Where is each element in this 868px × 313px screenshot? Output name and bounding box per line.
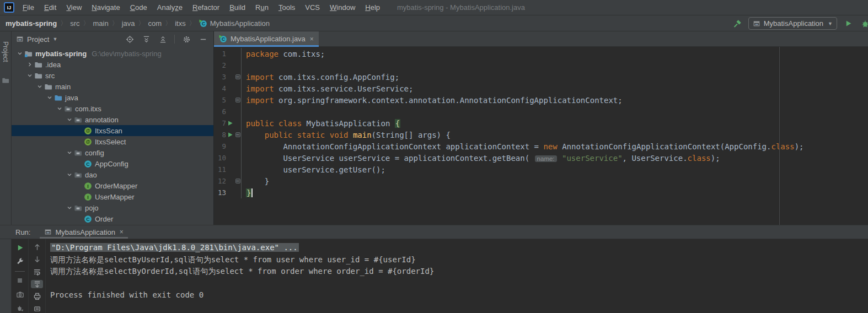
chevron-down-icon[interactable] — [65, 204, 74, 211]
tree-item-main[interactable]: main — [12, 81, 213, 92]
tree-item-annotation[interactable]: annotation — [12, 114, 213, 125]
code-line[interactable]: 12– } — [214, 175, 868, 187]
menu-item-edit[interactable]: Edit — [39, 0, 61, 15]
breadcrumb-item[interactable]: main — [93, 19, 109, 28]
wrench-icon[interactable] — [14, 257, 26, 267]
breadcrumb-item[interactable]: java — [122, 19, 135, 28]
run-line-icon[interactable] — [226, 120, 234, 126]
code-line[interactable]: 2 — [214, 60, 868, 71]
code-line[interactable]: 1package com.itxs; — [214, 48, 868, 60]
editor-tab[interactable]: C MybatisApplication.java × — [214, 31, 319, 46]
menu-item-build[interactable]: Build — [224, 0, 250, 15]
code-line[interactable]: 11 userService.getUser(); — [214, 164, 868, 175]
soft-wrap-icon[interactable] — [31, 268, 43, 276]
sweep-icon[interactable] — [14, 303, 26, 313]
breadcrumb-item[interactable]: MybatisApplication — [210, 19, 270, 28]
chevron-down-icon[interactable] — [35, 83, 44, 90]
breadcrumb-item[interactable]: mybatis-spring — [6, 19, 57, 28]
line-number: 6 — [214, 107, 226, 116]
build-hammer-icon[interactable] — [731, 18, 743, 30]
code-line[interactable]: 4import com.itxs.service.UserService; — [214, 83, 868, 94]
scroll-end-icon[interactable] — [31, 280, 43, 288]
fold-marker-icon[interactable]: – — [234, 98, 241, 102]
arrow-up-icon[interactable] — [31, 243, 43, 251]
close-icon[interactable]: × — [120, 228, 124, 236]
tree-item-usermapper[interactable]: IUserMapper — [12, 191, 213, 202]
menu-item-tools[interactable]: Tools — [274, 0, 300, 15]
breadcrumb-item[interactable]: itxs — [175, 19, 186, 28]
tree-item-dao[interactable]: dao — [12, 169, 213, 180]
locate-icon[interactable] — [124, 33, 136, 45]
code-line[interactable]: 6 — [214, 106, 868, 117]
menu-item-view[interactable]: View — [61, 0, 87, 15]
code-line[interactable]: 13} — [214, 187, 868, 198]
code-line[interactable]: 10 UserService userService = application… — [214, 152, 868, 164]
tree-item-com-itxs[interactable]: com.itxs — [12, 103, 213, 114]
chevron-down-icon[interactable] — [15, 50, 24, 57]
chevron-down-icon[interactable] — [25, 72, 34, 79]
run-configuration-select[interactable]: MybatisApplication ▼ — [748, 17, 837, 30]
tree-item-java[interactable]: java — [12, 92, 213, 103]
rerun-icon[interactable] — [14, 243, 26, 253]
editor-gutter: 7 — [214, 117, 242, 129]
chevron-down-icon[interactable] — [45, 94, 54, 101]
gear-icon[interactable] — [180, 33, 192, 45]
tree-item-config[interactable]: config — [12, 147, 213, 158]
menu-item-file[interactable]: File — [18, 0, 39, 15]
project-stripe-button[interactable]: Project — [2, 39, 9, 64]
debug-button[interactable] — [859, 18, 868, 30]
fold-marker-icon[interactable]: – — [234, 132, 241, 137]
tree-item-label: OrderMapper — [95, 182, 137, 190]
tree-item-ordermapper[interactable]: IOrderMapper — [12, 180, 213, 191]
tree-item--idea[interactable]: .idea — [12, 59, 213, 70]
code-line[interactable]: 8– public static void main(String[] args… — [214, 129, 868, 141]
run-button[interactable] — [842, 18, 854, 30]
tree-item-itxsscan[interactable]: @ItxsScan — [12, 125, 213, 136]
collapse-all-icon[interactable] — [157, 33, 169, 45]
menu-item-vcs[interactable]: VCS — [300, 0, 325, 15]
minimize-icon[interactable] — [197, 33, 209, 45]
menu-item-window[interactable]: Window — [325, 0, 360, 15]
menu-item-run[interactable]: Run — [250, 0, 274, 15]
breadcrumb-item[interactable]: com — [148, 19, 162, 28]
code-line[interactable]: 3–import com.itxs.config.AppConfig; — [214, 71, 868, 83]
fold-marker-icon[interactable]: – — [234, 179, 241, 184]
close-icon[interactable]: × — [310, 35, 314, 43]
menu-item-help[interactable]: Help — [360, 0, 385, 15]
clear-icon[interactable] — [31, 305, 43, 313]
menu-item-analyze[interactable]: Analyze — [152, 0, 187, 15]
tree-item-pojo[interactable]: pojo — [12, 202, 213, 213]
line-number: 11 — [214, 165, 226, 174]
code-line[interactable]: 9 AnnotationConfigApplicationContext app… — [214, 141, 868, 152]
code-line[interactable]: 5–import org.springframework.context.ann… — [214, 94, 868, 106]
menu-item-refactor[interactable]: Refactor — [187, 0, 224, 15]
chevron-right-icon[interactable] — [25, 61, 34, 68]
tree-item-label: config — [85, 149, 104, 157]
tree-item-order[interactable]: COrder — [12, 213, 213, 224]
chevron-down-icon[interactable] — [65, 171, 74, 178]
printer-icon[interactable] — [31, 292, 43, 300]
breadcrumb-item[interactable]: src — [70, 19, 79, 28]
svg-text:C: C — [202, 20, 205, 26]
tree-item-appconfig[interactable]: CAppConfig — [12, 158, 213, 169]
expand-all-icon[interactable] — [140, 33, 152, 45]
run-tab[interactable]: MybatisApplication × — [40, 225, 127, 239]
arrow-down-icon[interactable] — [31, 255, 43, 263]
folder-stripe-icon[interactable] — [2, 77, 9, 84]
menu-item-navigate[interactable]: Navigate — [87, 0, 125, 15]
chevron-down-icon[interactable] — [65, 149, 74, 156]
console-output[interactable]: "D:\Program Files\Java\jdk1.8.0_281\bin\… — [46, 239, 868, 313]
code-line[interactable]: 7public class MybatisApplication { — [214, 117, 868, 129]
tree-item-itxsselect[interactable]: @ItxsSelect — [12, 136, 213, 147]
tree-item-src[interactable]: src — [12, 70, 213, 81]
code-editor[interactable]: 1package com.itxs;23–import com.itxs.con… — [214, 47, 868, 225]
project-panel-title[interactable]: Project — [27, 35, 49, 44]
fold-marker-icon[interactable]: – — [234, 74, 241, 79]
tree-item-mybatis-spring[interactable]: mybatis-springG:\dev\mybatis-spring — [12, 48, 213, 59]
menu-item-code[interactable]: Code — [125, 0, 152, 15]
run-line-icon[interactable] — [226, 132, 234, 138]
chevron-down-icon[interactable] — [55, 105, 64, 112]
camera-icon[interactable] — [14, 289, 26, 299]
chevron-down-icon[interactable] — [65, 116, 74, 123]
stop-icon[interactable] — [14, 276, 26, 286]
